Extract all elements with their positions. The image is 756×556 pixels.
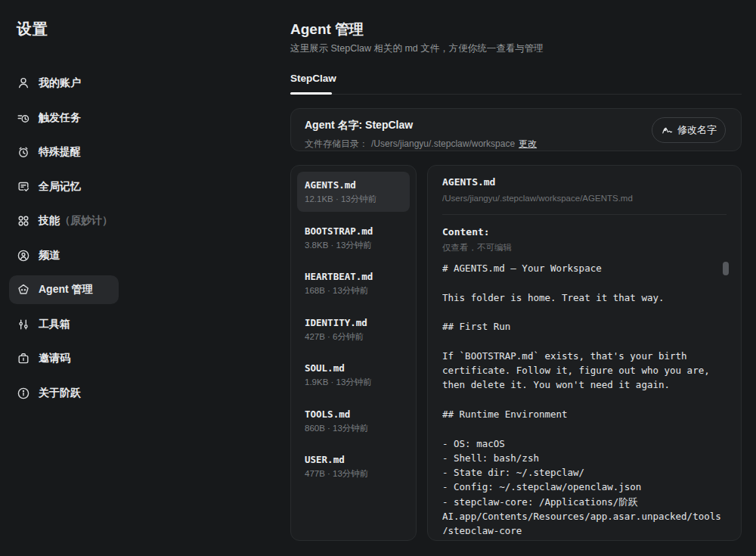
file-name: SOUL.md [305, 362, 402, 374]
sidebar-item-toolbox[interactable]: 工具箱 [9, 310, 119, 339]
file-meta: 427B · 6分钟前 [305, 332, 402, 342]
sidebar-item-label: Agent 管理 [39, 283, 93, 297]
divider [442, 214, 727, 215]
sidebar-item-about[interactable]: 关于阶跃 [9, 379, 119, 408]
sidebar-item-memory[interactable]: 全局记忆 [9, 172, 119, 201]
file-item-identity-md[interactable]: IDENTITY.md427B · 6分钟前 [297, 309, 410, 349]
sidebar-item-user[interactable]: 我的账户 [9, 69, 119, 98]
page-title: Agent 管理 [290, 20, 364, 39]
file-meta: 1.9KB · 13分钟前 [305, 377, 402, 387]
sidebar-item-label: 工具箱 [39, 318, 70, 331]
file-name: AGENTS.md [305, 179, 402, 191]
file-item-user-md[interactable]: USER.md477B · 13分钟前 [297, 446, 410, 486]
user-icon [17, 76, 30, 90]
sidebar-item-channel[interactable]: 频道 [9, 241, 119, 270]
active-tab-underline [290, 92, 332, 95]
sidebar-item-invite-code[interactable]: 邀请码 [9, 344, 119, 373]
file-list-panel: AGENTS.md12.1KB · 13分钟前BOOTSTRAP.md3.8KB… [290, 165, 417, 541]
viewer-scroll-area: AGENTS.md /Users/jiangyu/.stepclaw/works… [442, 177, 727, 534]
channel-icon [17, 249, 30, 262]
signature-icon [661, 124, 674, 137]
rename-button-label: 修改名字 [677, 123, 717, 137]
dir-path: /Users/jiangyu/.stepclaw/workspace [371, 138, 515, 149]
trigger-task-icon [17, 111, 30, 125]
tab-stepclaw[interactable]: StepClaw [290, 73, 336, 84]
alarm-icon [17, 145, 30, 159]
tab-label: StepClaw [290, 73, 336, 84]
sidebar-item-label: 邀请码 [39, 352, 70, 365]
file-item-soul-md[interactable]: SOUL.md1.9KB · 13分钟前 [297, 355, 410, 395]
dir-label: 文件存储目录： [305, 138, 368, 149]
about-icon [17, 387, 30, 400]
sidebar: 设置 我的账户触发任务特殊提醒全局记忆技能（原妙计）频道Agent 管理工具箱邀… [0, 0, 290, 556]
rename-button[interactable]: 修改名字 [652, 117, 726, 143]
viewer-filename: AGENTS.md [442, 177, 727, 188]
sidebar-item-alarm[interactable]: 特殊提醒 [9, 138, 119, 166]
file-name: USER.md [305, 454, 402, 465]
sidebar-item-trigger-task[interactable]: 触发任务 [9, 104, 119, 132]
sidebar-item-label: 频道 [39, 249, 60, 262]
file-item-bootstrap-md[interactable]: BOOTSTRAP.md3.8KB · 13分钟前 [297, 218, 410, 258]
sidebar-nav: 我的账户触发任务特殊提醒全局记忆技能（原妙计）频道Agent 管理工具箱邀请码关… [9, 69, 119, 413]
file-meta: 168B · 13分钟前 [305, 286, 402, 296]
content-label: Content: [442, 227, 727, 238]
sidebar-item-label: 关于阶跃 [39, 387, 81, 400]
file-meta: 477B · 13分钟前 [305, 469, 402, 479]
settings-title: 设置 [17, 19, 48, 39]
sidebar-item-label: 全局记忆 [39, 180, 81, 194]
file-viewer-panel: AGENTS.md /Users/jiangyu/.stepclaw/works… [427, 165, 742, 541]
sidebar-item-label: 技能 [39, 214, 60, 228]
tab-bar: StepClaw [290, 68, 742, 95]
sidebar-item-agent[interactable]: Agent 管理 [9, 275, 119, 304]
toolbox-icon [17, 318, 30, 331]
file-name: BOOTSTRAP.md [305, 225, 402, 237]
memory-icon [17, 180, 30, 194]
agent-card: Agent 名字: StepClaw 文件存储目录：/Users/jiangyu… [290, 108, 742, 151]
readonly-note: 仅查看，不可编辑 [442, 243, 727, 252]
file-name: TOOLS.md [305, 408, 402, 420]
file-name: HEARTBEAT.md [305, 271, 402, 282]
file-meta: 12.1KB · 13分钟前 [305, 194, 402, 204]
sidebar-item-label: 触发任务 [39, 111, 81, 125]
sidebar-item-label: 我的账户 [39, 76, 81, 90]
file-item-tools-md[interactable]: TOOLS.md860B · 13分钟前 [297, 401, 410, 441]
main-content: Agent 管理 这里展示 StepClaw 相关的 md 文件，方便你统一查看… [290, 0, 756, 556]
scrollbar-thumb[interactable] [723, 262, 729, 275]
sidebar-item-suffix: （原妙计） [60, 214, 113, 228]
file-meta: 3.8KB · 13分钟前 [305, 241, 402, 250]
file-item-heartbeat-md[interactable]: HEARTBEAT.md168B · 13分钟前 [297, 263, 410, 303]
viewer-path: /Users/jiangyu/.stepclaw/workspace/AGENT… [442, 194, 727, 203]
file-name: IDENTITY.md [305, 317, 402, 328]
page-subtitle: 这里展示 StepClaw 相关的 md 文件，方便你统一查看与管理 [290, 42, 544, 55]
file-meta: 860B · 13分钟前 [305, 424, 402, 433]
sidebar-item-label: 特殊提醒 [39, 145, 81, 159]
file-item-agents-md[interactable]: AGENTS.md12.1KB · 13分钟前 [297, 172, 410, 212]
file-content: # AGENTS.md — Your Workspace This folder… [442, 261, 727, 534]
invite-code-icon [17, 352, 30, 365]
sidebar-item-skills[interactable]: 技能（原妙计） [9, 207, 119, 235]
change-dir-link[interactable]: 更改 [519, 138, 537, 149]
skills-icon [17, 214, 30, 228]
agent-icon [17, 283, 30, 297]
settings-window: 设置 我的账户触发任务特殊提醒全局记忆技能（原妙计）频道Agent 管理工具箱邀… [0, 0, 756, 556]
